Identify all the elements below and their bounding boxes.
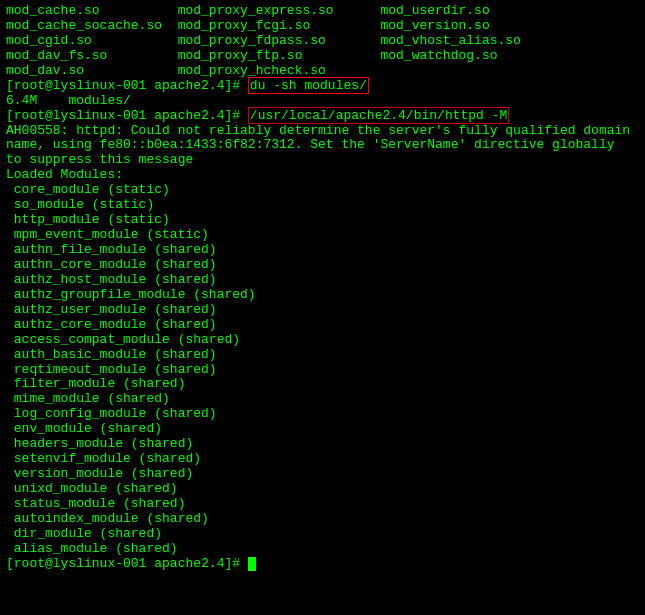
prompt: [root@lyslinux-001 apache2.4]# — [6, 556, 248, 571]
prompt: [root@lyslinux-001 apache2.4]# — [6, 78, 248, 93]
terminal-line: env_module (shared) — [6, 422, 639, 437]
terminal-line: mpm_event_module (static) — [6, 228, 639, 243]
terminal-line: mod_dav_fs.so mod_proxy_ftp.so mod_watch… — [6, 49, 639, 64]
terminal-line: core_module (static) — [6, 183, 639, 198]
terminal-line: setenvif_module (shared) — [6, 452, 639, 467]
terminal-cursor[interactable] — [248, 557, 256, 571]
terminal-line: autoindex_module (shared) — [6, 512, 639, 527]
terminal-line: [root@lyslinux-001 apache2.4]# /usr/loca… — [6, 109, 639, 124]
terminal-line: mod_cgid.so mod_proxy_fdpass.so mod_vhos… — [6, 34, 639, 49]
terminal-line: http_module (static) — [6, 213, 639, 228]
terminal-line: mod_cache_socache.so mod_proxy_fcgi.so m… — [6, 19, 639, 34]
terminal-line: mime_module (shared) — [6, 392, 639, 407]
terminal-line: headers_module (shared) — [6, 437, 639, 452]
terminal-line: version_module (shared) — [6, 467, 639, 482]
terminal-line: [root@lyslinux-001 apache2.4]# — [6, 557, 639, 572]
terminal-line: authz_groupfile_module (shared) — [6, 288, 639, 303]
terminal-line: filter_module (shared) — [6, 377, 639, 392]
terminal-line: alias_module (shared) — [6, 542, 639, 557]
terminal-line: authn_core_module (shared) — [6, 258, 639, 273]
terminal-line: authz_user_module (shared) — [6, 303, 639, 318]
terminal-line: authz_core_module (shared) — [6, 318, 639, 333]
terminal: mod_cache.so mod_proxy_express.so mod_us… — [0, 0, 645, 615]
command-box: /usr/local/apache2.4/bin/httpd -M — [248, 107, 509, 124]
terminal-line: auth_basic_module (shared) — [6, 348, 639, 363]
terminal-line: name, using fe80::b0ea:1433:6f82:7312. S… — [6, 138, 639, 153]
command-box: du -sh modules/ — [248, 77, 369, 94]
terminal-line: to suppress this message — [6, 153, 639, 168]
terminal-line: Loaded Modules: — [6, 168, 639, 183]
terminal-line: [root@lyslinux-001 apache2.4]# du -sh mo… — [6, 79, 639, 94]
terminal-line: authn_file_module (shared) — [6, 243, 639, 258]
prompt: [root@lyslinux-001 apache2.4]# — [6, 108, 248, 123]
terminal-line: reqtimeout_module (shared) — [6, 363, 639, 378]
terminal-line: mod_cache.so mod_proxy_express.so mod_us… — [6, 4, 639, 19]
terminal-line: status_module (shared) — [6, 497, 639, 512]
terminal-line: dir_module (shared) — [6, 527, 639, 542]
terminal-line: so_module (static) — [6, 198, 639, 213]
terminal-line: log_config_module (shared) — [6, 407, 639, 422]
terminal-line: AH00558: httpd: Could not reliably deter… — [6, 124, 639, 139]
terminal-line: authz_host_module (shared) — [6, 273, 639, 288]
terminal-line: access_compat_module (shared) — [6, 333, 639, 348]
terminal-line: unixd_module (shared) — [6, 482, 639, 497]
